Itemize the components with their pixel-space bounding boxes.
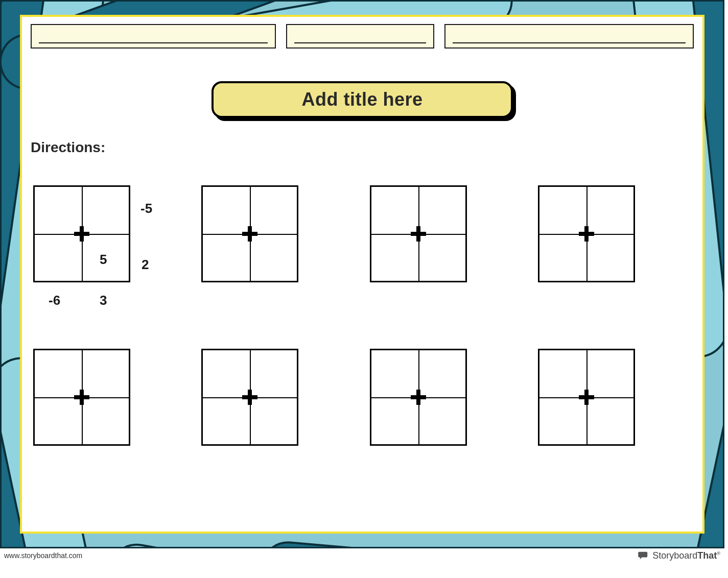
plus-icon (242, 226, 257, 242)
example-right-bottom-value: 2 (142, 257, 149, 273)
plus-icon (242, 390, 257, 405)
brand-suffix: That (697, 550, 717, 561)
grid-box (538, 349, 635, 446)
example-bottom-right-value: 3 (100, 293, 107, 308)
plus-icon (74, 226, 89, 242)
footer-url: www.storyboardthat.com (4, 551, 82, 560)
example-right-top-value: -5 (140, 201, 152, 216)
grid-box (33, 349, 130, 446)
grids-container: 5 -5 2 -6 3 (33, 185, 691, 532)
grid-box (538, 185, 635, 282)
class-field[interactable] (444, 24, 694, 49)
grid-box (370, 185, 467, 282)
grid-cell[interactable] (538, 185, 691, 282)
header-fields (31, 24, 694, 49)
footer: www.storyboardthat.com StoryboardThat® (0, 549, 724, 562)
brand-prefix: Storyboard (652, 550, 697, 561)
grid-cell[interactable] (201, 185, 355, 282)
directions-label: Directions: (31, 139, 105, 156)
title-banner[interactable]: Add title here (212, 81, 513, 118)
plus-icon (411, 390, 426, 405)
grid-cell[interactable] (370, 185, 523, 282)
grid-box (201, 185, 298, 282)
title-text: Add title here (301, 89, 422, 110)
plus-icon (579, 390, 594, 405)
grid-cell-example[interactable]: 5 -5 2 -6 3 (33, 185, 186, 282)
worksheet-frame: Add title here Directions: 5 -5 2 -6 3 (0, 0, 724, 548)
grid-box (370, 349, 467, 446)
plus-icon (579, 226, 594, 242)
grid-cell[interactable] (201, 349, 355, 446)
grid-cell[interactable] (370, 349, 523, 446)
grid-cell[interactable] (538, 349, 691, 446)
grid-row: 5 -5 2 -6 3 (33, 185, 691, 282)
grid-row (33, 349, 691, 446)
plus-icon (411, 226, 426, 242)
name-field[interactable] (31, 24, 276, 49)
date-field[interactable] (286, 24, 434, 49)
example-inner-value: 5 (100, 252, 107, 268)
example-bottom-left-value: -6 (49, 293, 60, 308)
speech-bubble-icon (638, 551, 649, 560)
brand-logo: StoryboardThat® (638, 550, 720, 561)
plus-icon (74, 390, 89, 405)
grid-box (201, 349, 298, 446)
grid-cell[interactable] (33, 349, 186, 446)
grid-box (33, 185, 130, 282)
